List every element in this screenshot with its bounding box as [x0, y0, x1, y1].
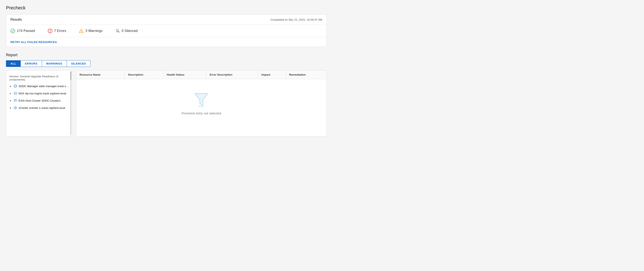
- col-remediation: Remediation: [286, 70, 326, 79]
- tree-item-esxi[interactable]: ► ESXi Host Cluster SDDC-Cluster1: [6, 97, 72, 104]
- tree-version-label: Version: General Upgrade Readiness (4 co…: [6, 73, 72, 82]
- detail-table: Resource Name Description Health Status …: [76, 70, 326, 128]
- vcenter-label: vCenter vcenter-1.vrack.vsphere.local: [18, 106, 65, 109]
- svg-point-0: [11, 29, 15, 33]
- scrollbar-track: [70, 71, 72, 135]
- results-card: Results Completed on Dec 21, 2022, 10:04…: [6, 14, 327, 47]
- svg-marker-25: [195, 93, 208, 105]
- empty-label: Precheck entry not selected: [182, 111, 221, 115]
- col-error-description: Error Description: [206, 70, 258, 79]
- report-tabs: ALL ERRORS WARNINGS SILENCED: [6, 60, 327, 67]
- esxi-label: ESXi Host Cluster SDDC-Cluster1: [18, 99, 60, 102]
- results-section-title: Results: [10, 18, 22, 21]
- scrollbar-thumb: [70, 71, 72, 80]
- silenced-label: 0 Silenced: [122, 29, 138, 33]
- results-completed-time: Completed on Dec 21, 2022, 10:04:47 AM: [270, 18, 322, 21]
- report-body: Version: General Upgrade Readiness (4 co…: [6, 70, 327, 136]
- col-description: Description: [124, 70, 163, 79]
- col-resource-name: Resource Name: [76, 70, 124, 79]
- page-container: Precheck Results Completed on Dec 21, 20…: [0, 0, 333, 141]
- silenced-bell-icon: [115, 28, 120, 33]
- chevron-right-icon-vcenter: ►: [9, 107, 12, 109]
- stat-warnings: 3 Warnings: [79, 28, 102, 33]
- error-circle-icon: [48, 28, 52, 33]
- tree-panel: Version: General Upgrade Readiness (4 co…: [6, 70, 72, 136]
- results-header: Results Completed on Dec 21, 2022, 10:04…: [6, 15, 326, 25]
- report-section: Report ALL ERRORS WARNINGS SILENCED Vers…: [6, 53, 327, 136]
- tree-item-vcenter[interactable]: ► vCenter vcenter-1.vrack.vsph: [6, 104, 72, 111]
- results-actions: RETRY ALL FAILED RESOURCES: [6, 37, 326, 47]
- chevron-right-icon-esxi: ►: [9, 99, 12, 102]
- chevron-right-icon: ►: [9, 85, 12, 87]
- chevron-right-icon-nsx: ►: [9, 92, 12, 95]
- vcenter-icon: [14, 106, 17, 110]
- retry-all-button[interactable]: RETRY ALL FAILED RESOURCES: [10, 40, 57, 44]
- col-health-status: Health Status: [163, 70, 206, 79]
- esxi-icon: [14, 99, 17, 102]
- errors-label: 7 Errors: [54, 29, 66, 33]
- sddc-label: SDDC Manager sddc-manager.vrack.vsphere.…: [18, 85, 69, 88]
- empty-state: Precheck entry not selected: [76, 79, 326, 128]
- check-circle-icon: [10, 28, 15, 33]
- tab-all[interactable]: ALL: [6, 60, 21, 67]
- passed-label: 174 Passed: [17, 29, 35, 33]
- stat-errors: 7 Errors: [48, 28, 66, 33]
- nsx-label: NSX vip-nsx-mgmt.vrack.vsphere.local: [18, 92, 66, 95]
- stat-passed: 174 Passed: [10, 28, 35, 33]
- svg-point-3: [50, 31, 50, 32]
- svg-point-20: [15, 107, 16, 108]
- nsx-icon: [14, 91, 17, 95]
- warning-triangle-icon: [79, 28, 84, 33]
- tab-warnings[interactable]: WARNINGS: [42, 60, 67, 67]
- tab-silenced[interactable]: SILENCED: [67, 60, 90, 67]
- tree-item-nsx[interactable]: ► NSX vip-nsx-mgmt.vrack.vsphere.local: [6, 90, 72, 97]
- page-title: Precheck: [6, 5, 327, 11]
- results-stats: 174 Passed 7 Errors: [6, 25, 326, 37]
- funnel-icon: [194, 92, 209, 108]
- sddc-icon: [14, 84, 17, 88]
- svg-point-12: [15, 93, 16, 94]
- warnings-label: 3 Warnings: [85, 29, 102, 33]
- svg-point-6: [81, 32, 82, 32]
- tree-scroll[interactable]: Version: General Upgrade Readiness (4 co…: [6, 70, 72, 136]
- tab-errors[interactable]: ERRORS: [21, 60, 42, 67]
- tree-item-sddc[interactable]: ► SDDC Manager sddc-manager.vrack.vspher…: [6, 82, 72, 90]
- report-section-title: Report: [6, 53, 327, 57]
- detail-panel: Resource Name Description Health Status …: [76, 70, 327, 136]
- stat-silenced: 0 Silenced: [115, 28, 138, 33]
- col-impact: Impact: [258, 70, 286, 79]
